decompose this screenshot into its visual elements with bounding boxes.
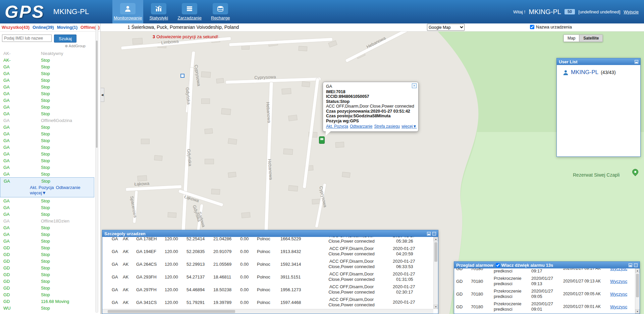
device-row[interactable]: GAStop (0, 157, 100, 164)
tab-all[interactable]: Wszystko(43) (2, 25, 30, 30)
scroll-up-icon[interactable]: ▲ (434, 237, 438, 241)
device-row[interactable]: GAStop (0, 83, 100, 90)
scroll-down-icon[interactable]: ▼ (434, 305, 438, 309)
device-row[interactable]: WUStop (0, 305, 100, 311)
minimize-icon[interactable] (635, 60, 638, 64)
minimize-icon[interactable] (427, 232, 431, 236)
search-button[interactable]: Szukaj (54, 35, 76, 43)
map-canvas[interactable]: Limbowa Hebanowa Cyprysowa Cyprysowa Gdy… (101, 32, 644, 314)
alarm-sound-checkbox[interactable] (496, 263, 500, 267)
infowindow-close-icon[interactable]: ✕ (412, 83, 417, 88)
device-action-link[interactable]: Akt. Pozycja (30, 185, 54, 190)
device-row[interactable]: GAStop (0, 104, 100, 110)
device-row[interactable]: GAStop (0, 63, 100, 70)
device-row[interactable]: GAStop (0, 144, 100, 150)
device-row[interactable]: GAStop (0, 197, 100, 204)
device-row[interactable]: GAStop (0, 178, 94, 184)
logout-link[interactable]: Wyjscie (624, 9, 639, 14)
infowindow-link[interactable]: Strefa zasiegu (374, 124, 400, 129)
nav-management[interactable]: Zarzadzanie (174, 0, 205, 23)
map-type-satellite-button[interactable]: Satellite (579, 35, 603, 42)
alarm-clear-link[interactable]: Wyczysc (610, 304, 627, 309)
search-input[interactable] (2, 35, 52, 42)
scroll-down-icon[interactable]: ▼ (635, 309, 640, 314)
device-row[interactable]: GAStop (0, 231, 100, 238)
alarm-clear-link[interactable]: Wyczysc (610, 292, 627, 297)
scroll-up-icon[interactable]: ▲ (635, 268, 640, 273)
map-provider-select[interactable]: Google Map (427, 24, 465, 31)
device-row[interactable]: GDStop (0, 278, 100, 285)
table-row[interactable]: GAAKGA 194EF120.0052.2083520.910790.00Po… (102, 245, 433, 258)
device-row[interactable]: GAOffline6Godzina (0, 117, 100, 124)
vscroll-thumb[interactable] (434, 242, 437, 262)
device-row[interactable]: GAStop (0, 137, 100, 144)
vehicle-marker[interactable] (319, 136, 325, 144)
sidebar-scrollbar[interactable] (95, 24, 98, 313)
minimize-icon[interactable] (629, 263, 632, 267)
sidebar-collapse-handle[interactable]: ◀ (101, 88, 104, 102)
selected-device[interactable]: GAStopAkt. PozycjaOdtwarzaniewięcej▼ (0, 177, 94, 197)
device-row[interactable]: GDStop (0, 264, 100, 271)
table-row[interactable]: GAAKGA 264CS120.0052.2991321.055690.00Po… (102, 258, 433, 270)
hscroll-thumb[interactable] (108, 310, 235, 313)
vscroll-thumb[interactable] (636, 274, 639, 297)
alarm-row[interactable]: GD70180Przekroczeniepredkosci2020/01/270… (454, 268, 635, 275)
alarm-row[interactable]: GD70180Przekroczeniepredkosci2020/01/270… (454, 300, 635, 313)
alarm-vscrollbar[interactable]: ▲ ▼ (635, 268, 640, 314)
device-row[interactable]: GAStop (0, 224, 100, 231)
sidebar-scrollbar-thumb[interactable] (96, 41, 98, 148)
device-action-link[interactable]: Odtwarzanie (56, 185, 80, 190)
device-row[interactable]: GDStop (0, 251, 100, 258)
secondary-marker[interactable] (180, 74, 184, 78)
device-row[interactable]: GDStop (0, 271, 100, 278)
nav-monitoring[interactable]: Monitorowanie (112, 0, 143, 23)
device-row[interactable]: GAStop (0, 130, 100, 137)
device-table-vscrollbar[interactable]: ▲ ▼ (433, 237, 438, 309)
device-name-checkbox[interactable] (530, 25, 534, 29)
alarm-clear-link[interactable]: Wyczysc (610, 279, 627, 284)
map-type-map-button[interactable]: Map (564, 35, 579, 42)
maximize-icon[interactable] (432, 232, 436, 236)
device-table-hscrollbar[interactable] (102, 309, 433, 314)
device-row[interactable]: GAStop (0, 90, 100, 97)
table-row[interactable]: GAAKGA 297FH120.0054.4689418.502380.00Po… (102, 283, 433, 296)
tab-online[interactable]: Online(39) (33, 25, 54, 30)
device-row[interactable]: GAStop (0, 211, 100, 217)
device-row[interactable]: GAStop (0, 110, 100, 117)
device-row[interactable]: GDStop (0, 258, 100, 264)
infowindow-link[interactable]: Odtwarzanie (350, 124, 372, 129)
add-group-link[interactable]: ⊕ AddGroup (0, 44, 100, 49)
device-row[interactable]: GDStop (0, 285, 100, 291)
device-row[interactable]: GAStop (0, 124, 100, 130)
alarm-clear-link[interactable]: Wyczysc (610, 268, 627, 271)
device-row[interactable]: GAStop (0, 164, 100, 171)
infowindow-link[interactable]: Akt. Pozycja (326, 124, 348, 129)
device-row[interactable]: GAStop (0, 204, 100, 211)
device-row[interactable]: GAStop (0, 70, 100, 77)
device-name-toggle[interactable]: Nazwa urzadzenia (530, 24, 572, 29)
device-row[interactable]: AK-Stop (0, 57, 100, 63)
device-row[interactable]: GAStop (0, 77, 100, 83)
device-row[interactable]: GAStop (0, 150, 100, 157)
nav-recharge[interactable]: Recharge (205, 0, 236, 23)
alarm-row[interactable]: GD70180Przekroczeniepredkosci2020/01/270… (454, 275, 635, 288)
device-row[interactable]: GAStop (0, 97, 100, 104)
nav-statistics[interactable]: Statystyki (143, 0, 174, 23)
table-row[interactable]: GAAKGA 341CS120.0051.7929119.397890.00Po… (102, 296, 433, 309)
device-row[interactable]: GDStop (0, 244, 100, 251)
device-row[interactable]: GAOffline18Dzien (0, 217, 100, 224)
tab-moving[interactable]: Moving(1) (57, 25, 77, 30)
device-row[interactable]: GDStop (0, 291, 100, 298)
maximize-icon[interactable] (634, 263, 638, 267)
device-row[interactable]: AK-Nieaktywny (0, 50, 100, 57)
alarm-sound-toggle[interactable]: Wlacz dźwięk alarmu 13s (496, 263, 553, 268)
device-row[interactable]: GAStop (0, 171, 100, 177)
user-list-item[interactable]: MKING-PL (43/43) (557, 65, 640, 76)
table-row[interactable]: GAAKGA 293FH120.0054.2713718.468110.00Po… (102, 270, 433, 283)
device-row[interactable]: GD116.68 Moving (0, 298, 100, 305)
alarm-row[interactable]: GD70180Przekroczeniepredkosci2020/01/270… (454, 288, 635, 300)
device-action-link[interactable]: więcej▼ (30, 190, 46, 195)
device-row[interactable]: GAStop (0, 238, 100, 244)
table-row[interactable]: GAAKGA 178EH120.0052.2541421.042860.00Po… (102, 237, 433, 245)
infowindow-link[interactable]: więcej▼ (401, 124, 417, 129)
